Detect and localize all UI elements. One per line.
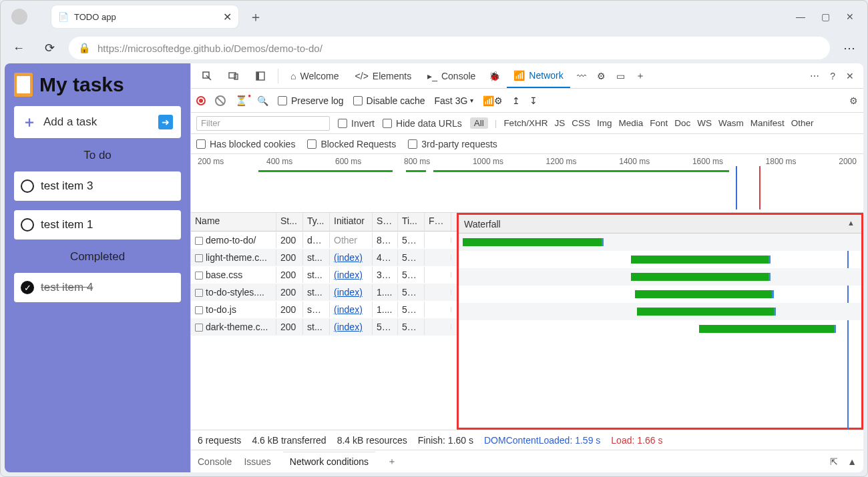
request-row[interactable]: light-theme.c...200st...(index)49...56..… <box>191 249 457 266</box>
col-status[interactable]: St... <box>276 213 303 231</box>
close-window-icon[interactable]: ✕ <box>846 11 854 22</box>
dock-side-icon[interactable] <box>248 64 272 88</box>
clear-button[interactable] <box>215 95 226 106</box>
type-filter[interactable]: Other <box>791 118 814 128</box>
table-header-row[interactable]: Name St... Ty... Initiator Size Ti... Fu… <box>191 213 457 231</box>
add-tab-icon[interactable]: ＋ <box>632 64 649 88</box>
submit-task-button[interactable]: ➜ <box>158 115 173 129</box>
content-area: My tasks ＋ Add a task ➜ To do test item … <box>5 63 863 472</box>
filter-input[interactable]: Filter <box>196 116 330 131</box>
drawer-tab-issues[interactable]: Issues <box>244 456 270 467</box>
type-filter[interactable]: Wasm <box>718 118 744 128</box>
help-icon[interactable]: ? <box>830 71 835 81</box>
waterfall-row[interactable] <box>459 233 861 251</box>
performance-icon[interactable]: 〰 <box>573 64 590 88</box>
preserve-log-checkbox[interactable]: Preserve log <box>278 95 344 106</box>
sort-asc-icon[interactable]: ▲ <box>847 219 855 227</box>
app-window-icon[interactable]: ▭ <box>612 64 629 88</box>
network-overview[interactable]: 200 ms400 ms600 ms800 ms1000 ms1200 ms14… <box>191 154 863 213</box>
close-tab-icon[interactable]: ✕ <box>223 11 232 23</box>
more-menu-icon[interactable]: ⋯ <box>838 37 861 59</box>
type-filter[interactable]: Img <box>597 118 612 128</box>
debug-icon[interactable]: 🐞 <box>485 64 504 88</box>
task-item[interactable]: test item 3 <box>14 171 181 201</box>
drawer-pop-icon[interactable]: ⇱ <box>830 456 838 467</box>
type-filter[interactable]: Fetch/XHR <box>503 118 548 128</box>
type-filter[interactable]: Manifest <box>750 118 785 128</box>
third-party-checkbox[interactable]: 3rd-party requests <box>408 139 497 149</box>
waterfall-row[interactable] <box>459 320 861 338</box>
col-name[interactable]: Name <box>191 213 276 231</box>
request-row[interactable]: base.css200st...(index)38...56... <box>191 266 457 284</box>
drawer-tab-network-conditions[interactable]: Network conditions <box>283 452 375 471</box>
device-toggle-icon[interactable] <box>222 64 246 88</box>
export-har-icon[interactable]: ↧ <box>529 95 537 106</box>
waterfall-row[interactable] <box>459 286 861 303</box>
browser-tab[interactable]: 📄 TODO app ✕ <box>51 5 238 28</box>
window-controls: — ▢ ✕ <box>796 11 862 22</box>
invert-checkbox[interactable]: Invert <box>338 118 375 129</box>
request-row[interactable]: dark-theme.c...200st...(index)51...56... <box>191 318 457 336</box>
type-filter[interactable]: Media <box>618 118 643 128</box>
type-filter[interactable]: Doc <box>674 118 690 128</box>
drawer-tab-console[interactable]: Console <box>198 456 232 467</box>
record-button[interactable] <box>196 96 206 105</box>
import-har-icon[interactable]: ↥ <box>512 95 520 106</box>
request-row[interactable]: to-do-styles....200st...(index)1....56..… <box>191 284 457 301</box>
close-devtools-icon[interactable]: ✕ <box>846 71 854 81</box>
col-fulfilled[interactable]: Fu... <box>425 213 451 231</box>
waterfall-row[interactable] <box>459 268 861 286</box>
network-conditions-icon[interactable]: 📶⚙ <box>483 95 503 106</box>
task-label: test item 4 <box>41 281 93 294</box>
minimize-icon[interactable]: — <box>796 11 805 22</box>
type-filter-all[interactable]: All <box>470 117 488 129</box>
status-finish: Finish: 1.60 s <box>418 435 473 446</box>
disable-cache-checkbox[interactable]: Disable cache <box>353 95 425 106</box>
task-item[interactable]: test item 1 <box>14 210 181 240</box>
request-row[interactable]: to-do.js200scr...(index)1....57... <box>191 301 457 318</box>
waterfall-row[interactable] <box>459 303 861 320</box>
tab-welcome[interactable]: ⌂Welcome <box>284 64 346 88</box>
url-text: https://microsoftedge.github.io/Demos/de… <box>97 43 322 54</box>
unchecked-icon[interactable] <box>21 218 34 231</box>
settings-gear-icon[interactable]: ⚙ <box>849 95 858 106</box>
drawer-add-tab-icon[interactable]: ＋ <box>387 456 397 468</box>
inspect-icon[interactable] <box>195 64 219 88</box>
tab-title: TODO app <box>74 12 116 22</box>
search-icon[interactable]: 🔍 <box>257 95 268 106</box>
memory-gear-icon[interactable]: ⚙ <box>593 64 610 88</box>
col-type[interactable]: Ty... <box>303 213 330 231</box>
type-filter[interactable]: Font <box>650 118 668 128</box>
blocked-requests-checkbox[interactable]: Blocked Requests <box>307 139 396 149</box>
col-time[interactable]: Ti... <box>398 213 425 231</box>
checked-icon[interactable]: ✓ <box>21 281 34 294</box>
unchecked-icon[interactable] <box>21 179 34 193</box>
back-button[interactable]: ← <box>7 37 30 59</box>
filter-toggle-icon[interactable]: ⏳ <box>235 95 248 107</box>
drawer-expand-icon[interactable]: ▲ <box>847 456 857 467</box>
col-size[interactable]: Size <box>373 213 398 231</box>
type-filter[interactable]: CSS <box>572 118 590 128</box>
tab-elements[interactable]: </>Elements <box>349 64 419 88</box>
type-filter[interactable]: JS <box>554 118 565 128</box>
hide-data-urls-checkbox[interactable]: Hide data URLs <box>383 118 462 129</box>
throttle-select[interactable]: Fast 3G ▾ <box>435 95 474 106</box>
tab-network[interactable]: 📶Network <box>507 64 570 88</box>
todo-app-panel: My tasks ＋ Add a task ➜ To do test item … <box>5 63 190 472</box>
request-row[interactable]: demo-to-do/200do...Other80...57... <box>191 231 457 249</box>
more-tools-icon[interactable]: ⋯ <box>810 71 819 81</box>
add-task-input[interactable]: ＋ Add a task ➜ <box>14 106 181 138</box>
new-tab-button[interactable]: ＋ <box>244 5 268 29</box>
waterfall-row[interactable] <box>459 251 861 268</box>
profile-avatar[interactable] <box>11 9 27 25</box>
type-filter[interactable]: WS <box>697 118 712 128</box>
blocked-cookies-checkbox[interactable]: Has blocked cookies <box>196 139 295 149</box>
refresh-button[interactable]: ⟳ <box>38 37 61 59</box>
col-initiator[interactable]: Initiator <box>330 213 373 231</box>
tab-console[interactable]: ▸_Console <box>421 64 482 88</box>
col-waterfall[interactable]: Waterfall <box>459 215 861 233</box>
load-marker <box>759 166 761 209</box>
maximize-icon[interactable]: ▢ <box>821 11 830 22</box>
task-item-done[interactable]: ✓ test item 4 <box>14 273 181 302</box>
address-bar[interactable]: 🔒 https://microsoftedge.github.io/Demos/… <box>69 37 830 59</box>
